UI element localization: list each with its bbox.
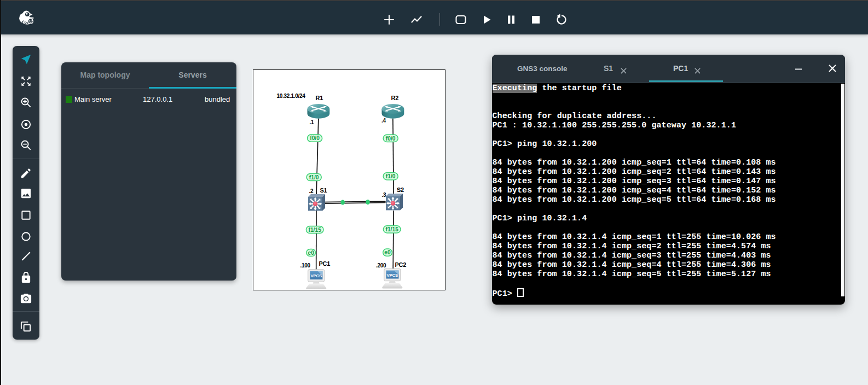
svg-text:f1/15: f1/15 [308, 227, 321, 233]
svg-text:.2: .2 [309, 188, 314, 194]
svg-text:e0: e0 [384, 249, 391, 255]
svg-text:f0/0: f0/0 [386, 136, 396, 142]
svg-text:S1: S1 [320, 187, 327, 194]
svg-text:PC2: PC2 [395, 261, 407, 268]
svg-text:.100: .100 [300, 262, 311, 269]
svg-text:f1/0: f1/0 [386, 173, 396, 179]
svg-text:e0: e0 [308, 250, 314, 256]
svg-text:PC1: PC1 [319, 260, 331, 267]
svg-text:.4: .4 [381, 118, 386, 124]
svg-text:.3: .3 [382, 192, 386, 198]
svg-text:10.32.1.0/24: 10.32.1.0/24 [277, 93, 306, 99]
svg-text:.200: .200 [376, 262, 386, 269]
svg-text:R2: R2 [391, 95, 399, 101]
svg-text:R1: R1 [316, 95, 323, 101]
svg-text:f1/15: f1/15 [385, 226, 398, 232]
svg-text:f0/0: f0/0 [310, 135, 320, 141]
svg-text:f1/0: f1/0 [309, 174, 319, 180]
svg-text:.1: .1 [310, 119, 314, 125]
svg-text:S2: S2 [397, 186, 404, 193]
